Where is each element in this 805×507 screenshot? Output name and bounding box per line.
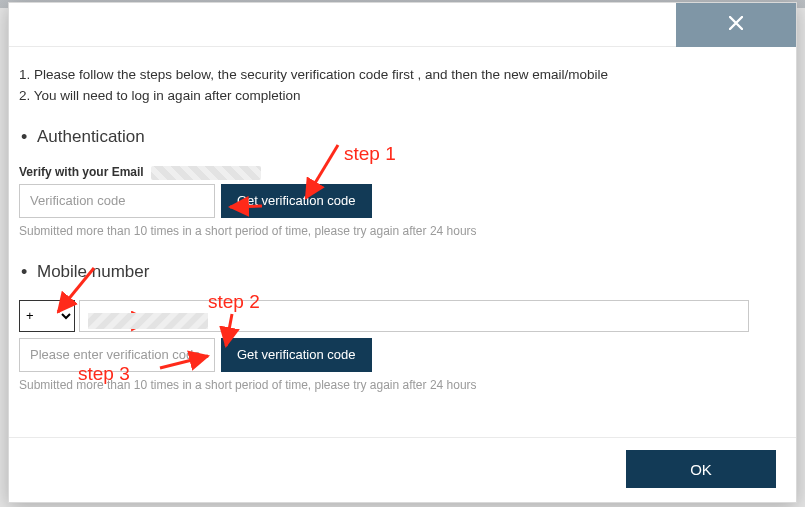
mobile-rate-limit-hint: Submitted more than 10 times in a short … [19,378,786,392]
modal-header [9,3,796,47]
close-button[interactable] [676,3,796,47]
ok-button[interactable]: OK [626,450,776,488]
phone-number-input[interactable] [79,300,749,332]
modal-body: 1. Please follow the steps below, the se… [9,47,796,437]
verify-email-label-text: Verify with your Email [19,165,144,179]
country-code-select[interactable]: + [19,300,75,332]
get-auth-code-button[interactable]: Get verification code [221,184,372,218]
mobile-code-input[interactable] [19,338,215,372]
modal-dialog: 1. Please follow the steps below, the se… [8,2,797,503]
verify-email-label: Verify with your Email [19,165,786,180]
mobile-input-row: + [19,300,749,332]
get-mobile-code-button[interactable]: Get verification code [221,338,372,372]
close-icon [729,16,743,34]
section-title-mobile: Mobile number [19,262,786,282]
instruction-line-1: 1. Please follow the steps below, the se… [19,67,786,82]
section-title-authentication: Authentication [19,127,786,147]
instruction-line-2: 2. You will need to log in again after c… [19,88,786,103]
auth-rate-limit-hint: Submitted more than 10 times in a short … [19,224,786,238]
auth-code-input[interactable] [19,184,215,218]
auth-code-row: Get verification code [19,184,786,218]
mobile-code-row: Get verification code [19,338,786,372]
modal-footer: OK [9,437,796,502]
redacted-email [151,166,261,180]
